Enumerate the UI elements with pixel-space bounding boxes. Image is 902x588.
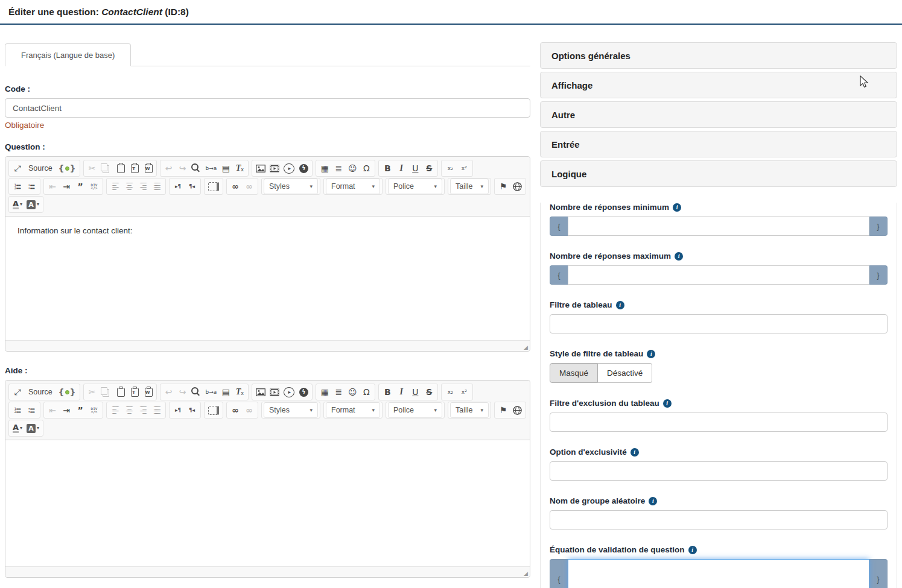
font-dropdown[interactable]: Police▾ [388,179,442,194]
styles-dropdown[interactable]: Styles▾ [264,402,318,418]
special-char-icon[interactable]: Ω [360,385,373,399]
underline-icon[interactable]: U [408,161,422,175]
panel-entree[interactable]: Entrée [540,131,897,157]
paste-from-word-icon[interactable]: W [141,161,154,175]
info-icon[interactable]: i [673,203,681,212]
bold-icon[interactable]: B [381,161,394,175]
array-filter-exclude-input[interactable] [550,413,888,432]
expression-manager-icon[interactable]: {} [57,385,78,399]
text-color-icon[interactable]: A▾ [11,197,24,212]
remove-format-icon[interactable] [233,161,246,175]
globe-icon[interactable] [510,179,524,194]
globe-icon[interactable] [510,403,524,417]
desactive-button[interactable]: Désactivé [598,363,652,383]
size-dropdown[interactable]: Taille▾ [450,402,489,418]
iframe-icon[interactable] [206,403,221,417]
paste-from-word-icon[interactable]: W [141,385,154,399]
info-icon[interactable]: i [649,497,657,505]
undo-icon[interactable]: ↩ [162,161,176,175]
array-filter-input[interactable] [550,314,888,334]
outdent-icon[interactable]: ⇤ [46,403,59,417]
resize-handle-icon[interactable]: ◢ [524,344,528,350]
font-dropdown[interactable]: Police▾ [388,402,442,418]
bidi-rtl-icon[interactable]: ¶◂ [185,403,199,417]
cut-icon[interactable]: ✂ [86,385,99,399]
question-editor-content[interactable]: Information sur le contact client: [5,217,530,340]
source-button[interactable]: Source [25,161,56,175]
unlink-icon[interactable]: ∞ [243,179,256,194]
info-icon[interactable]: i [663,399,672,408]
text-color-icon[interactable]: A▾ [11,421,24,435]
align-center-icon[interactable]: ───── ─── ───── ─── [122,403,136,417]
blockquote-icon[interactable]: ” [74,179,87,194]
video-icon[interactable] [268,161,281,175]
smiley-icon[interactable]: ☺ [346,161,359,175]
find-icon[interactable] [190,161,203,175]
source-button[interactable]: Source [25,385,56,399]
bidi-rtl-icon[interactable]: ¶◂ [185,179,199,194]
find-icon[interactable] [190,385,203,399]
flash-icon[interactable] [297,385,310,399]
panel-affichage[interactable]: Affichage [540,72,897,98]
undo-icon[interactable]: ↩ [162,385,176,399]
outdent-icon[interactable]: ⇤ [46,179,59,194]
underline-icon[interactable]: U [408,385,422,399]
format-dropdown[interactable]: Format▾ [326,402,380,418]
div-container-icon[interactable]: DIV </> [87,403,101,417]
subscript-icon[interactable]: x₂ [443,385,457,399]
replace-icon[interactable]: b→a [204,385,219,399]
code-input[interactable] [5,98,530,118]
random-group-input[interactable] [550,510,888,530]
smiley-icon[interactable]: ☺ [346,385,359,399]
size-dropdown[interactable]: Taille▾ [450,179,489,194]
maximize-icon[interactable]: ⤢ [11,161,24,175]
paste-as-text-icon[interactable]: T [127,161,141,175]
bold-icon[interactable]: B [381,385,394,399]
paste-icon[interactable] [113,161,127,175]
info-icon[interactable]: i [630,448,639,457]
indent-icon[interactable]: ⇥ [60,403,73,417]
copy-icon[interactable] [100,161,113,175]
subscript-icon[interactable]: x₂ [443,161,457,175]
align-right-icon[interactable]: ───── ─── ───── ─── [136,403,150,417]
masque-button[interactable]: Masqué [550,363,598,383]
min-answers-input[interactable] [568,217,869,236]
select-all-icon[interactable]: ▤ [219,161,232,175]
justify-icon[interactable]: ───── ───── ───── ───── [150,179,164,194]
panel-options-generales[interactable]: Options générales [540,42,897,69]
superscript-icon[interactable]: x² [457,385,471,399]
blockquote-icon[interactable]: ” [74,403,87,417]
remove-format-icon[interactable] [233,385,246,399]
iframe-icon[interactable] [206,179,221,194]
italic-icon[interactable]: I [395,385,408,399]
align-right-icon[interactable]: ───── ─── ───── ─── [136,179,150,194]
bg-color-icon[interactable]: A▾ [25,197,41,212]
strikethrough-icon[interactable]: S [422,385,436,399]
help-editor-content[interactable] [5,440,530,566]
copy-icon[interactable] [100,385,113,399]
numbered-list-icon[interactable]: 1▬▬ 2▬▬ [11,179,24,194]
justify-icon[interactable]: ───── ───── ───── ───── [150,403,164,417]
resize-handle-icon[interactable]: ◢ [524,571,528,577]
special-char-icon[interactable]: Ω [360,161,373,175]
info-icon[interactable]: i [616,301,624,309]
cut-icon[interactable]: ✂ [86,161,99,175]
bulleted-list-icon[interactable]: •▬▬ •▬▬ [25,403,38,417]
media-player-icon[interactable] [282,161,296,175]
replace-icon[interactable]: b→a [204,161,219,175]
link-icon[interactable]: ∞ [229,403,242,417]
maximize-icon[interactable]: ⤢ [11,385,24,399]
redo-icon[interactable]: ↪ [176,385,189,399]
redo-icon[interactable]: ↪ [176,161,189,175]
table-icon[interactable]: ▦ [318,385,331,399]
link-icon[interactable]: ∞ [229,179,242,194]
bg-color-icon[interactable]: A▾ [25,421,41,435]
bidi-ltr-icon[interactable]: ▸¶ [171,179,185,194]
max-answers-input[interactable] [568,265,869,285]
validation-equation-textarea[interactable] [568,559,869,588]
align-center-icon[interactable]: ───── ─── ───── ─── [122,179,136,194]
strikethrough-icon[interactable]: S [422,161,436,175]
panel-logique[interactable]: Logique [540,160,897,187]
tab-francais[interactable]: Français (Langue de base) [5,43,131,66]
info-icon[interactable]: i [675,252,683,261]
